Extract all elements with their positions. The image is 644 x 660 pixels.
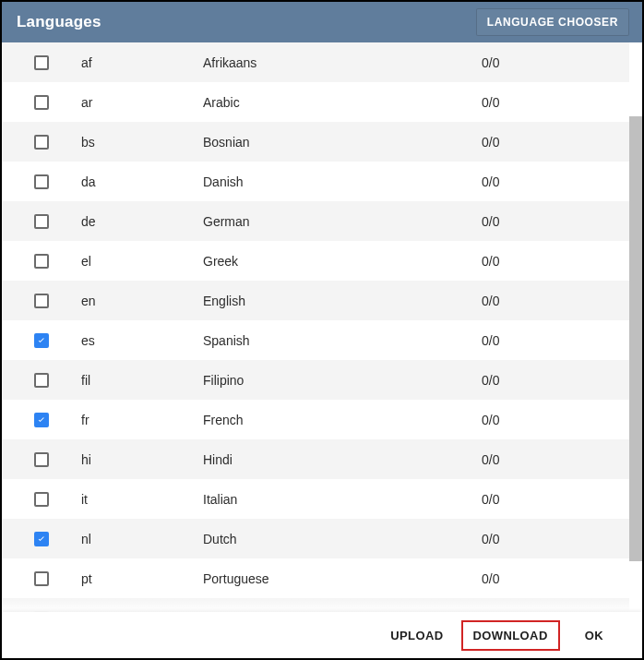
- dialog-footer: UPLOAD DOWNLOAD OK: [2, 612, 642, 658]
- checkbox-cell: [2, 135, 81, 150]
- language-code: pt: [81, 571, 203, 586]
- checkbox-cell: [2, 452, 81, 467]
- language-name: Afrikaans: [203, 55, 482, 70]
- language-row: itItalian0/0: [2, 479, 629, 519]
- checkbox-cell: [2, 254, 81, 269]
- language-row: trTurkish0/0: [2, 598, 629, 612]
- checkbox-cell: [2, 214, 81, 229]
- language-name: English: [203, 294, 482, 308]
- language-checkbox[interactable]: [34, 373, 49, 388]
- language-row: afAfrikaans0/0: [2, 42, 629, 82]
- language-row: arArabic0/0: [2, 82, 629, 122]
- language-checkbox[interactable]: [34, 532, 49, 546]
- language-count: 0/0: [482, 174, 629, 189]
- language-checkbox[interactable]: [34, 95, 49, 110]
- language-count: 0/0: [482, 452, 629, 467]
- language-code: hi: [81, 452, 203, 467]
- language-code: el: [81, 254, 203, 269]
- scrollbar-thumb[interactable]: [629, 116, 642, 561]
- dialog-title: Languages: [17, 13, 101, 31]
- language-row: ptPortuguese0/0: [2, 558, 629, 598]
- language-list-scroll-area: afAfrikaans0/0arArabic0/0bsBosnian0/0daD…: [2, 42, 642, 612]
- upload-button[interactable]: UPLOAD: [381, 621, 452, 650]
- language-count: 0/0: [482, 413, 629, 427]
- language-count: 0/0: [482, 55, 629, 70]
- checkbox-cell: [2, 294, 81, 308]
- check-icon: [36, 335, 47, 346]
- language-checkbox[interactable]: [34, 135, 49, 150]
- language-checkbox[interactable]: [34, 294, 49, 308]
- language-count: 0/0: [482, 214, 629, 229]
- checkbox-cell: [2, 413, 81, 427]
- language-name: Spanish: [203, 333, 482, 348]
- checkbox-cell: [2, 95, 81, 110]
- language-code: es: [81, 333, 203, 348]
- language-row: hiHindi0/0: [2, 439, 629, 479]
- language-checkbox[interactable]: [34, 214, 49, 229]
- check-icon: [36, 534, 47, 545]
- language-row: esSpanish0/0: [2, 320, 629, 360]
- dialog-frame: Languages LANGUAGE CHOOSER afAfrikaans0/…: [0, 0, 644, 660]
- language-name: French: [203, 413, 482, 427]
- language-row: enEnglish0/0: [2, 281, 629, 320]
- language-chooser-button[interactable]: LANGUAGE CHOOSER: [476, 8, 629, 36]
- language-name: Hindi: [203, 452, 482, 467]
- language-checkbox[interactable]: [34, 492, 49, 507]
- language-checkbox[interactable]: [34, 333, 49, 348]
- ok-button[interactable]: OK: [568, 621, 620, 650]
- language-count: 0/0: [482, 254, 629, 269]
- check-icon: [36, 414, 47, 426]
- checkbox-cell: [2, 174, 81, 189]
- language-checkbox[interactable]: [34, 413, 49, 427]
- language-code: bs: [81, 135, 203, 150]
- checkbox-cell: [2, 333, 81, 348]
- language-name: Italian: [203, 492, 482, 507]
- language-checkbox[interactable]: [34, 174, 49, 189]
- language-count: 0/0: [482, 135, 629, 150]
- language-code: da: [81, 174, 203, 189]
- language-checkbox[interactable]: [34, 452, 49, 467]
- language-row: elGreek0/0: [2, 241, 629, 281]
- language-code: fr: [81, 413, 203, 427]
- language-row: nlDutch0/0: [2, 519, 629, 558]
- language-rows-container: afAfrikaans0/0arArabic0/0bsBosnian0/0daD…: [2, 42, 629, 612]
- language-count: 0/0: [482, 294, 629, 308]
- language-name: Filipino: [203, 373, 482, 388]
- checkbox-cell: [2, 492, 81, 507]
- language-name: Portuguese: [203, 571, 482, 586]
- language-code: de: [81, 214, 203, 229]
- language-count: 0/0: [482, 95, 629, 110]
- language-code: fil: [81, 373, 203, 388]
- language-name: Arabic: [203, 95, 482, 110]
- checkbox-cell: [2, 532, 81, 546]
- language-code: ar: [81, 95, 203, 110]
- language-name: Bosnian: [203, 135, 482, 150]
- language-count: 0/0: [482, 333, 629, 348]
- language-count: 0/0: [482, 532, 629, 546]
- scrollbar-track: [629, 116, 642, 561]
- checkbox-cell: [2, 373, 81, 388]
- language-count: 0/0: [482, 373, 629, 388]
- language-row: filFilipino0/0: [2, 360, 629, 400]
- language-count: 0/0: [482, 492, 629, 507]
- language-row: deGerman0/0: [2, 201, 629, 241]
- language-row: daDanish0/0: [2, 162, 629, 201]
- language-name: German: [203, 214, 482, 229]
- language-checkbox[interactable]: [34, 55, 49, 70]
- language-checkbox[interactable]: [34, 571, 49, 586]
- language-code: en: [81, 294, 203, 308]
- checkbox-cell: [2, 571, 81, 586]
- language-checkbox[interactable]: [34, 254, 49, 269]
- language-row: bsBosnian0/0: [2, 122, 629, 162]
- language-row: frFrench0/0: [2, 400, 629, 439]
- checkbox-cell: [2, 55, 81, 70]
- language-count: 0/0: [482, 571, 629, 586]
- language-name: Dutch: [203, 532, 482, 546]
- language-code: nl: [81, 532, 203, 546]
- dialog-header: Languages LANGUAGE CHOOSER: [2, 2, 642, 42]
- language-code: it: [81, 492, 203, 507]
- language-code: af: [81, 55, 203, 70]
- download-button[interactable]: DOWNLOAD: [464, 621, 557, 650]
- language-name: Danish: [203, 174, 482, 189]
- language-name: Greek: [203, 254, 482, 269]
